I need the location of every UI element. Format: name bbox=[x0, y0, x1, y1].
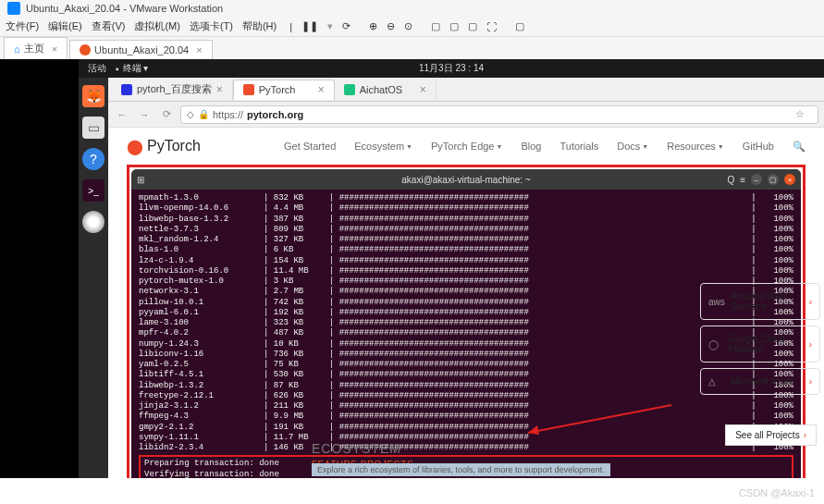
nav-tutorials[interactable]: Tutorials bbox=[560, 141, 598, 153]
menu-edit[interactable]: 编辑(E) bbox=[48, 19, 82, 33]
dock-files-icon[interactable]: ▭ bbox=[82, 117, 105, 139]
tool-icon-5[interactable]: ▢ bbox=[449, 20, 459, 32]
firefox-tab-aichatos[interactable]: AichatOS × bbox=[335, 80, 437, 100]
tool-icon-7[interactable]: ▢ bbox=[515, 20, 524, 32]
tool-icon-3[interactable]: ⊙ bbox=[404, 20, 412, 32]
dock-terminal-icon[interactable]: >_ bbox=[82, 179, 105, 202]
menu-vm[interactable]: 虚拟机(M) bbox=[134, 19, 180, 33]
firefox-toolbar: ← → ⟳ ◇ 🔒 https://pytorch.org ☆ bbox=[108, 102, 824, 128]
close-icon[interactable]: × bbox=[52, 43, 57, 55]
chat-favicon-icon bbox=[344, 84, 355, 95]
cloud-provider-cards: awsAmazon Web Services› ◯Google Cloud Pl… bbox=[700, 283, 820, 400]
clock[interactable]: 11月3日 23 : 14 bbox=[419, 62, 484, 75]
pytorch-flame-icon: ⬤ bbox=[127, 138, 143, 155]
search-icon[interactable]: 🔍 bbox=[793, 141, 806, 153]
url-prefix: https:// bbox=[213, 109, 243, 120]
back-icon[interactable]: ← bbox=[114, 106, 130, 123]
terminal-icon: ▪ bbox=[116, 64, 119, 74]
dock-firefox-icon[interactable]: 🦊 bbox=[82, 85, 105, 107]
address-bar[interactable]: ◇ 🔒 https://pytorch.org ☆ bbox=[180, 105, 818, 124]
baidu-favicon-icon bbox=[121, 84, 132, 95]
vmware-tab-home[interactable]: ⌂ 主页 × bbox=[4, 37, 68, 59]
reload-icon[interactable]: ⟳ bbox=[158, 106, 175, 123]
close-icon[interactable]: × bbox=[784, 174, 795, 185]
close-icon[interactable]: × bbox=[318, 83, 325, 96]
pytorch-nav: Get Started Ecosystem ▼ PyTorch Edge ▼ B… bbox=[284, 141, 806, 153]
minimize-icon[interactable]: – bbox=[751, 174, 762, 185]
nav-docs[interactable]: Docs ▼ bbox=[617, 141, 648, 153]
page-content: ⬤ PyTorch Get Started Ecosystem ▼ PyTorc… bbox=[108, 128, 824, 478]
close-icon[interactable]: × bbox=[196, 44, 202, 55]
active-app-indicator[interactable]: ▪ 终端 ▾ bbox=[116, 62, 148, 75]
dock-dvd-icon[interactable] bbox=[82, 211, 105, 233]
ubuntu-icon bbox=[80, 44, 91, 55]
tool-icon-4[interactable]: ▢ bbox=[431, 20, 440, 32]
nav-github[interactable]: GitHub bbox=[743, 141, 774, 153]
tool-icon-2[interactable]: ⊖ bbox=[387, 20, 395, 32]
lock-icon: 🔒 bbox=[198, 109, 209, 119]
aws-icon: aws bbox=[708, 297, 725, 307]
vmware-sidebar bbox=[0, 59, 79, 478]
terminal-titlebar[interactable]: ⊞ akaxi@akaxi-virtual-machine: ~ Q ≡ – ▢… bbox=[131, 169, 801, 190]
watermark: CSDN @Akaxi-1 bbox=[739, 487, 815, 498]
gcp-icon: ◯ bbox=[708, 339, 723, 350]
ubuntu-tab-label: Ubuntu_Akaxi_20.04 bbox=[94, 44, 189, 55]
forward-icon[interactable]: → bbox=[136, 106, 153, 123]
maximize-icon[interactable]: ▢ bbox=[768, 174, 779, 185]
nav-blog[interactable]: Blog bbox=[521, 141, 541, 153]
nav-resources[interactable]: Resources ▼ bbox=[667, 141, 724, 153]
card-gcp[interactable]: ◯Google Cloud Platform› bbox=[700, 326, 820, 363]
terminal-title: akaxi@akaxi-virtual-machine: ~ bbox=[401, 175, 530, 185]
ubuntu-dock: 🦊 ▭ ? >_ bbox=[79, 78, 108, 478]
close-icon[interactable]: × bbox=[216, 83, 223, 96]
menu-file[interactable]: 文件(F) bbox=[6, 19, 39, 33]
pytorch-logo[interactable]: ⬤ PyTorch bbox=[127, 138, 201, 155]
vmware-tab-ubuntu[interactable]: Ubuntu_Akaxi_20.04 × bbox=[69, 40, 213, 59]
vmware-menubar: 文件(F) 编辑(E) 查看(V) 虚拟机(M) 选项卡(T) 帮助(H) | … bbox=[0, 17, 824, 37]
pause-icon[interactable]: ❚❚ bbox=[301, 20, 318, 32]
tool-icon-1[interactable]: ⊕ bbox=[369, 20, 377, 32]
nav-edge[interactable]: PyTorch Edge ▼ bbox=[431, 141, 502, 153]
chevron-down-icon: ▼ bbox=[718, 143, 724, 150]
vmware-tabstrip: ⌂ 主页 × Ubuntu_Akaxi_20.04 × bbox=[0, 37, 824, 59]
close-icon[interactable]: × bbox=[420, 83, 426, 96]
card-azure[interactable]: △Microsoft Azure› bbox=[700, 368, 820, 395]
chevron-right-icon: › bbox=[809, 376, 812, 387]
firefox-tabstrip: pytorh_百度搜索 × PyTorch × AichatOS × bbox=[108, 78, 824, 102]
see-all-projects-button[interactable]: See all Projects› bbox=[725, 424, 817, 446]
chevron-right-icon: › bbox=[809, 339, 812, 350]
vmware-titlebar: Ubuntu_Akaxi_20.04 - VMware Workstation bbox=[0, 0, 824, 17]
url-host: pytorch.org bbox=[247, 109, 303, 120]
snapshot-icon[interactable]: ⟳ bbox=[342, 20, 351, 32]
chevron-down-icon: ▼ bbox=[496, 143, 502, 150]
gnome-topbar: 活动 ▪ 终端 ▾ 11月3日 23 : 14 bbox=[79, 59, 824, 78]
azure-icon: △ bbox=[708, 376, 725, 387]
menu-help[interactable]: 帮助(H) bbox=[242, 19, 277, 33]
home-tab-label: 主页 bbox=[24, 42, 44, 55]
chevron-right-icon: › bbox=[804, 430, 806, 440]
terminal-plus-icon[interactable]: ⊞ bbox=[137, 175, 144, 185]
fullscreen-icon[interactable]: ⛶ bbox=[486, 21, 497, 32]
chevron-down-icon: ▼ bbox=[642, 143, 648, 150]
menu-tab[interactable]: 选项卡(T) bbox=[190, 19, 233, 33]
tool-icon-6[interactable]: ▢ bbox=[468, 20, 477, 32]
firefox-tab-pytorch[interactable]: PyTorch × bbox=[233, 80, 335, 100]
firefox-tab-baidu[interactable]: pytorh_百度搜索 × bbox=[112, 80, 233, 100]
terminal-search-icon[interactable]: Q bbox=[727, 175, 734, 185]
terminal-menu-icon[interactable]: ≡ bbox=[740, 175, 745, 185]
nav-ecosystem[interactable]: Ecosystem ▼ bbox=[354, 141, 412, 153]
vmware-title-text: Ubuntu_Akaxi_20.04 - VMware Workstation bbox=[26, 3, 223, 14]
vmware-app-icon bbox=[7, 2, 20, 15]
chevron-right-icon: › bbox=[809, 297, 812, 307]
ecosystem-tagline: Explore a rich ecosystem of libraries, t… bbox=[312, 463, 610, 476]
dock-help-icon[interactable]: ? bbox=[82, 148, 105, 170]
nav-get-started[interactable]: Get Started bbox=[284, 141, 336, 153]
pytorch-favicon-icon bbox=[243, 84, 254, 95]
activities-button[interactable]: 活动 bbox=[88, 62, 106, 75]
menu-view[interactable]: 查看(V) bbox=[92, 19, 126, 33]
shield-icon: ◇ bbox=[187, 109, 194, 119]
card-aws[interactable]: awsAmazon Web Services› bbox=[700, 283, 820, 320]
chevron-down-icon: ▼ bbox=[406, 143, 412, 150]
pytorch-header: ⬤ PyTorch Get Started Ecosystem ▼ PyTorc… bbox=[108, 128, 824, 165]
bookmark-star-icon[interactable]: ☆ bbox=[795, 108, 812, 120]
